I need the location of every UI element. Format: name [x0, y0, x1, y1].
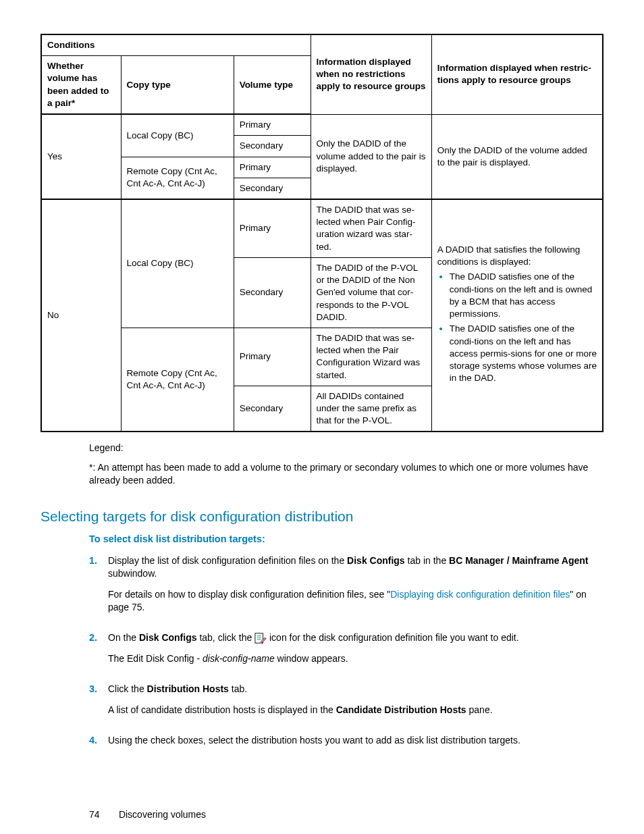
step-1: 1. Display the list of disk configuratio… — [89, 554, 603, 622]
section-heading: Selecting targets for disk configuration… — [41, 507, 603, 526]
procedure-subhead: To select disk list distribution targets… — [89, 533, 603, 546]
cell-yes-v2: Secondary — [234, 136, 311, 157]
step-2-p2: The Edit Disk Config - disk-config-name … — [108, 652, 603, 665]
step-3-p2: A list of candidate distribution hosts i… — [108, 704, 603, 716]
bc-manager-bold: BC Manager / Mainframe Agent — [449, 555, 588, 566]
th-conditions: Conditions — [41, 34, 311, 56]
cell-yes: Yes — [41, 114, 121, 199]
cell-no-c4-3: The DADID that was se-lected when the Pa… — [311, 328, 431, 386]
step-2: 2. On the Disk Configs tab, click the ic… — [89, 631, 603, 673]
cell-no: No — [41, 199, 121, 432]
cell-yes-col4: Only the DADID of the volume added to th… — [311, 114, 431, 199]
legend-note: *: An attempt has been made to add a vol… — [89, 461, 603, 487]
step-1-p2: For details on how to display disk confi… — [108, 588, 603, 614]
cell-no-col5: A DADID that satisfies the following con… — [431, 199, 603, 432]
cell-no-v2: Secondary — [234, 257, 311, 328]
cell-yes-col5: Only the DADID of the volume added to th… — [431, 114, 603, 199]
c5-b2: The DADID satisfies one of the condi-tio… — [450, 323, 597, 384]
displaying-link[interactable]: Displaying disk configuration definition… — [390, 589, 570, 600]
step-3: 3. Click the Distribution Hosts tab. A l… — [89, 683, 603, 725]
c5-b1: The DADID satisfies one of the condi-tio… — [450, 271, 597, 320]
cell-yes-v3: Primary — [234, 157, 311, 178]
legend: Legend: *: An attempt has been made to a… — [89, 442, 603, 487]
cell-no-c4-1: The DADID that was se-lected when Pair C… — [311, 199, 431, 257]
cell-no-v1: Primary — [234, 199, 311, 257]
page-number: 74 — [89, 808, 116, 821]
step-2-num: 2. — [89, 631, 108, 673]
th-info-no-restrict: Information displayed when no restrictio… — [311, 34, 431, 114]
cell-no-v4: Secondary — [234, 386, 311, 432]
step-4-p1: Using the check boxes, select the distri… — [108, 734, 603, 747]
cell-no-copy2: Remote Copy (Cnt Ac, Cnt Ac-A, Cnt Ac-J) — [121, 328, 234, 432]
th-copy-type: Copy type — [121, 56, 234, 114]
cell-yes-copy1: Local Copy (BC) — [121, 114, 234, 157]
step-1-num: 1. — [89, 554, 108, 622]
step-4: 4. Using the check boxes, select the dis… — [89, 734, 603, 755]
cell-no-v3: Primary — [234, 328, 311, 386]
step-2-p1: On the Disk Configs tab, click the icon … — [108, 631, 603, 644]
cell-yes-v1: Primary — [234, 114, 311, 136]
page-footer: 74 Discovering volumes — [41, 808, 603, 821]
cell-yes-copy2: Remote Copy (Cnt Ac, Cnt Ac-A, Cnt Ac-J) — [121, 157, 234, 199]
cell-yes-v4: Secondary — [234, 178, 311, 199]
cell-no-copy1: Local Copy (BC) — [121, 199, 234, 328]
cell-no-c4-4: All DADIDs contained under the same pref… — [311, 386, 431, 432]
disk-config-name: disk-config-name — [203, 653, 275, 664]
step-4-num: 4. — [89, 734, 108, 755]
legend-title: Legend: — [89, 442, 603, 454]
step-1-p1: Display the list of disk configuration d… — [108, 554, 603, 580]
c5-bullets: The DADID satisfies one of the condi-tio… — [437, 271, 597, 384]
step-3-p1: Click the Distribution Hosts tab. — [108, 683, 603, 696]
disk-configs-bold: Disk Configs — [347, 555, 405, 566]
chapter-title: Discovering volumes — [119, 809, 206, 820]
th-info-restrict: Information displayed when restric-tions… — [431, 34, 603, 114]
edit-icon — [254, 632, 267, 644]
step-3-num: 3. — [89, 683, 108, 725]
steps-list: 1. Display the list of disk configuratio… — [89, 554, 603, 754]
th-volume-type: Volume type — [234, 56, 311, 114]
c5-intro: A DADID that satisfies the following con… — [437, 244, 581, 267]
conditions-table: Conditions Information displayed when no… — [41, 34, 603, 432]
th-whether: Whether volume has been added to a pair* — [41, 56, 121, 114]
cell-no-c4-2: The DADID of the P-VOL or the DADID of t… — [311, 257, 431, 328]
